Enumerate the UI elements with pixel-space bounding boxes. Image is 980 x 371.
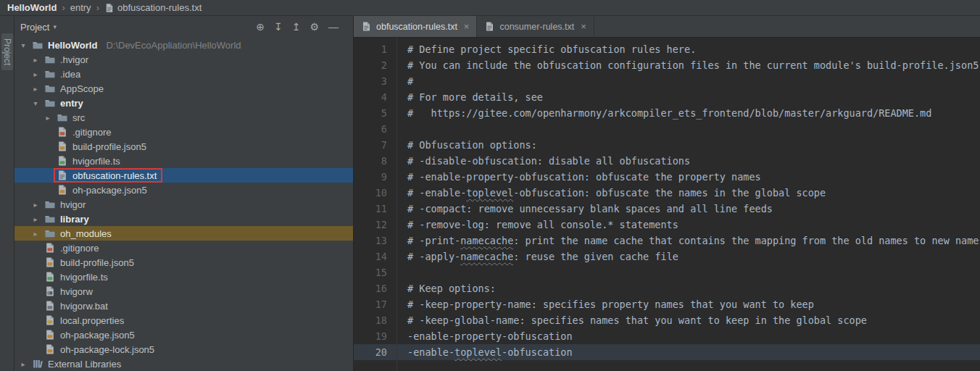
tree-item-helloworld[interactable]: ▾HelloWorldD:\DevEcoAppliation\HelloWorl… — [14, 38, 353, 52]
tree-item-build-profile-json5[interactable]: build-profile.json5 — [14, 255, 353, 270]
line-number: 6 — [354, 121, 397, 137]
settings-icon[interactable]: ⚙ — [310, 22, 319, 32]
chevron-collapsed-icon[interactable]: ▸ — [17, 360, 29, 368]
tab-close-icon[interactable]: × — [464, 21, 470, 32]
tree-item-label: hvigorfile.ts — [72, 156, 120, 167]
tree-item-gitignore[interactable]: .gitignore — [14, 241, 353, 255]
code-line-10: 10# -enable-toplevel-obfuscation: obfusc… — [354, 185, 980, 201]
tree-item-src[interactable]: ▸src — [14, 110, 353, 125]
tree-item-label: .hvigor — [60, 54, 88, 65]
breadcrumb: HelloWorld›entry›obfuscation-rules.txt — [0, 0, 980, 16]
line-text: # -enable-property-obfuscation: obfuscat… — [397, 169, 761, 185]
tree-item-hvigorfile-ts[interactable]: hvigorfile.ts — [14, 154, 353, 168]
tree-item-oh-package-json5[interactable]: oh-package.json5 — [14, 328, 353, 342]
text-file-icon — [104, 3, 115, 13]
tree-row-content: External Libraries — [29, 357, 124, 371]
tree-item-library[interactable]: ▸library — [14, 212, 353, 226]
tree-row-content: HelloWorldD:\DevEcoAppliation\HelloWorld — [29, 38, 244, 52]
chevron-collapsed-icon[interactable]: ▸ — [30, 230, 41, 238]
folder-icon — [44, 199, 56, 210]
line-number: 18 — [354, 312, 397, 328]
breadcrumb-item-helloworld[interactable]: HelloWorld — [7, 2, 57, 13]
code-line-11: 11# -compact: remove unnecessary blank s… — [354, 201, 980, 217]
line-text: # -enable-toplevel-obfuscation: obfuscat… — [397, 185, 826, 201]
tree-item-gitignore[interactable]: .gitignore — [14, 125, 353, 139]
editor-tab-bar: obfuscation-rules.txt×consumer-rules.txt… — [354, 16, 980, 38]
bat-file-icon — [44, 300, 56, 312]
code-line-5: 5# https://gitee.com/openharmony/arkcomp… — [354, 105, 980, 121]
breadcrumb-separator: › — [62, 2, 65, 13]
chevron-expanded-icon[interactable]: ▾ — [17, 41, 29, 49]
tree-item-label: .gitignore — [60, 243, 99, 254]
chevron-collapsed-icon[interactable]: ▸ — [30, 85, 41, 93]
line-text — [397, 264, 407, 280]
tree-item-idea[interactable]: ▸.idea — [14, 67, 353, 81]
main-area: Project Project ▾ ⊕↧↥⚙— ▾HelloWorldD:\De… — [0, 16, 980, 371]
chevron-collapsed-icon[interactable]: ▸ — [30, 215, 41, 223]
code-line-8: 8# -disable-obfuscation: disable all obf… — [354, 153, 980, 169]
text-file-icon — [484, 21, 495, 32]
tree-item-label: .idea — [60, 69, 80, 80]
folder-icon — [57, 112, 68, 123]
chevron-collapsed-icon[interactable]: ▸ — [42, 114, 54, 122]
line-text: # -keep-property-name: specifies propert… — [397, 296, 814, 312]
tree-row-content: hvigor — [41, 197, 88, 212]
code-content: 1# Define project specific obfuscation r… — [354, 41, 980, 360]
editor[interactable]: 1# Define project specific obfuscation r… — [354, 38, 980, 371]
line-number: 16 — [354, 280, 397, 296]
locate-file-icon[interactable]: ⊕ — [256, 22, 265, 32]
code-line-16: 16# Keep options: — [354, 280, 980, 296]
tree-item-build-profile-json5[interactable]: build-profile.json5 — [14, 139, 353, 154]
project-view-selector[interactable]: Project ▾ — [20, 22, 57, 33]
tree-item-hvigor[interactable]: ▸hvigor — [14, 197, 353, 212]
tree-item-label: obfuscation-rules.txt — [72, 170, 157, 181]
ide-window: HelloWorld›entry›obfuscation-rules.txt P… — [0, 0, 980, 371]
tree-item-label: oh-package.json5 — [60, 330, 135, 341]
breadcrumb-item-entry[interactable]: entry — [70, 2, 91, 13]
tree-item-oh-package-json5[interactable]: oh-package.json5 — [14, 183, 353, 197]
line-number: 11 — [354, 201, 397, 217]
project-stripe-button[interactable]: Project — [1, 33, 13, 70]
tree-row-content: AppScope — [41, 81, 107, 96]
folder-icon — [44, 213, 56, 225]
tree-row-content: hvigorfile.ts — [41, 270, 111, 284]
tree-row-content: .gitignore — [54, 125, 114, 139]
text-file-icon — [361, 21, 372, 32]
tree-row-content: hvigorw.bat — [41, 299, 111, 313]
tree-item-hvigor[interactable]: ▸.hvigor — [14, 52, 353, 67]
line-number: 12 — [354, 217, 397, 233]
tree-item-obfuscation-rules-txt[interactable]: obfuscation-rules.txt — [14, 168, 353, 183]
tree-item-hvigorw-bat[interactable]: hvigorw.bat — [14, 299, 353, 313]
expand-all-icon[interactable]: ↧ — [274, 22, 283, 32]
chevron-collapsed-icon[interactable]: ▸ — [30, 201, 41, 209]
text-file-icon — [57, 170, 68, 181]
project-panel: Project ▾ ⊕↧↥⚙— ▾HelloWorldD:\DevEcoAppl… — [14, 16, 354, 371]
tree-row-content: entry — [41, 96, 86, 110]
editor-tab-consumer-rules-txt[interactable]: consumer-rules.txt× — [477, 16, 594, 37]
collapse-all-icon[interactable]: ↥ — [292, 22, 301, 32]
breadcrumb-item-obfuscation-rules-txt[interactable]: obfuscation-rules.txt — [104, 2, 202, 13]
ts-file-icon — [44, 271, 56, 283]
tree-item-external-libraries[interactable]: ▸External Libraries — [14, 357, 353, 371]
chevron-collapsed-icon[interactable]: ▸ — [30, 70, 41, 78]
tree-item-oh-modules[interactable]: ▸oh_modules — [14, 226, 353, 241]
hide-panel-icon[interactable]: — — [328, 22, 339, 32]
code-line-4: 4# For more details, see — [354, 89, 980, 105]
line-number: 5 — [354, 105, 397, 121]
line-number: 9 — [354, 169, 397, 185]
tree-item-local-properties[interactable]: local.properties — [14, 313, 353, 328]
tree-item-entry[interactable]: ▾entry — [14, 96, 353, 110]
tree-row-content: build-profile.json5 — [54, 139, 149, 154]
tab-close-icon[interactable]: × — [581, 21, 586, 32]
tree-item-hvigorw[interactable]: hvigorw — [14, 284, 353, 299]
tree-item-hvigorfile-ts[interactable]: hvigorfile.ts — [14, 270, 353, 284]
chevron-collapsed-icon[interactable]: ▸ — [30, 56, 41, 64]
line-number: 19 — [354, 328, 397, 344]
chevron-expanded-icon[interactable]: ▾ — [30, 99, 41, 107]
tree-item-oh-package-lock-json5[interactable]: oh-package-lock.json5 — [14, 342, 353, 357]
tree-item-label: oh-package-lock.json5 — [60, 344, 154, 355]
tree-item-appscope[interactable]: ▸AppScope — [14, 81, 353, 96]
line-number: 20 — [354, 344, 397, 360]
editor-tab-obfuscation-rules-txt[interactable]: obfuscation-rules.txt× — [354, 16, 477, 37]
code-line-15: 15 — [354, 264, 980, 280]
